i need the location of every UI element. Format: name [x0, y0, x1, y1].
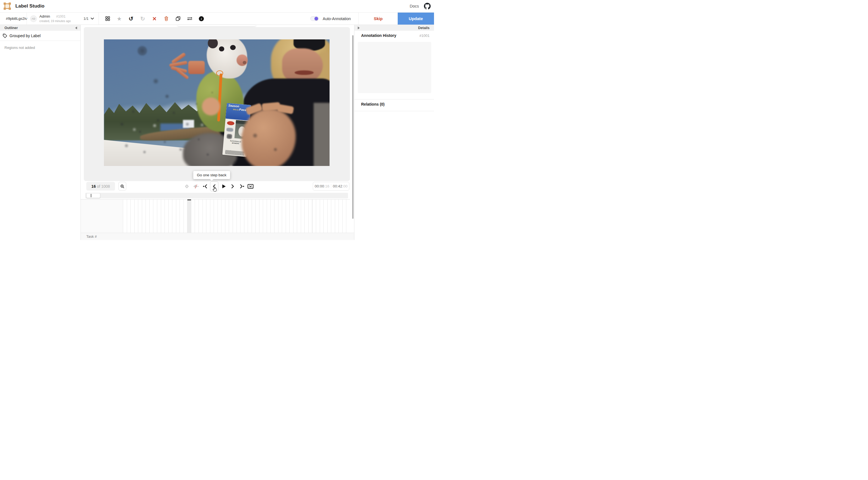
chevron-left-icon: [212, 184, 216, 189]
auto-annotation-toggle[interactable]: [310, 16, 319, 21]
play-button[interactable]: [220, 181, 227, 191]
step-forward-button[interactable]: [229, 181, 236, 191]
duplicate-annotation-button[interactable]: [174, 14, 182, 23]
update-button[interactable]: Update: [398, 12, 434, 25]
seek-handle[interactable]: [86, 193, 100, 198]
timeline-playhead[interactable]: [187, 200, 191, 233]
top-header: Label Studio Docs: [0, 0, 434, 12]
annotation-pager[interactable]: 1/1: [84, 17, 94, 21]
vertical-scrollbar[interactable]: [352, 35, 353, 219]
task-label: Task #: [86, 234, 97, 239]
keyframe-previous-icon: [203, 184, 208, 189]
previous-keyframe-button[interactable]: [202, 181, 209, 191]
chevron-right-icon: [230, 184, 235, 189]
tag-icon: [3, 33, 7, 38]
group-mode-label: Grouped by Label: [9, 33, 40, 38]
step-back-button[interactable]: [210, 181, 218, 191]
lens-spots: [104, 39, 330, 166]
auto-annotation-label: Auto-Annotation: [323, 17, 351, 21]
annotation-toolbar: #9pb8Lgs2iv AD Admin #1001 created, 19 m…: [0, 12, 434, 25]
time-duration-input[interactable]: 00:42:00: [331, 184, 349, 188]
info-button[interactable]: i: [197, 14, 206, 23]
timeline[interactable]: [81, 199, 350, 233]
collapse-left-icon[interactable]: [74, 27, 77, 29]
add-keyframe-button[interactable]: [183, 181, 190, 191]
outliner-title: Outliner: [4, 26, 18, 30]
timeline-collapse-button[interactable]: [247, 181, 254, 191]
total-frames: of 1008: [97, 184, 110, 188]
panel-chevron-down-icon: [247, 184, 254, 189]
skip-button[interactable]: Skip: [358, 12, 398, 25]
floating-toolbar-edge: [178, 25, 256, 26]
close-icon: ×: [153, 16, 156, 22]
annotation-created: created, 19 minutes ago: [39, 19, 71, 23]
app-title: Label Studio: [16, 3, 44, 9]
copy-icon: [176, 16, 180, 21]
annotation-id: #1001: [56, 14, 65, 19]
trash-icon: [164, 16, 169, 21]
chevron-down-icon: [91, 17, 94, 20]
info-icon: i: [199, 16, 204, 21]
regions-empty-message: Regions not added: [4, 46, 35, 50]
seek-track[interactable]: [85, 193, 348, 198]
annotation-history-placeholder: [358, 42, 431, 93]
undo-button[interactable]: ↺: [126, 14, 135, 23]
redo-button[interactable]: ↻: [138, 14, 147, 23]
keyframe-next-icon: [239, 184, 244, 189]
time-display: 00:00:16 00:42:00: [313, 182, 349, 190]
tooltip: Go one step back: [193, 171, 230, 179]
star-icon: ★: [117, 16, 122, 22]
zoom-in-button[interactable]: [118, 182, 126, 190]
video-frame[interactable]: Season 2011-12 Pass R: [104, 39, 330, 166]
timeline-frame-grid[interactable]: [123, 200, 350, 233]
undo-icon: ↺: [129, 16, 133, 22]
swap-arrows-icon: [187, 17, 192, 21]
group-by-label-button[interactable]: Grouped by Label: [0, 31, 81, 41]
collapse-right-icon[interactable]: [358, 27, 361, 29]
avatar: AD: [30, 16, 37, 22]
annotation-history-id: #1001: [420, 33, 430, 38]
current-frame: 16: [91, 184, 96, 188]
seek-playhead-line: [91, 194, 91, 197]
docs-link[interactable]: Docs: [410, 4, 419, 8]
play-icon: [221, 184, 226, 189]
annotation-selector[interactable]: AD Admin #1001 created, 19 minutes ago 1…: [27, 14, 99, 23]
details-panel: Details Annotation History #1001 Relatio…: [354, 25, 434, 240]
task-id: #9pb8Lgs2iv: [0, 17, 27, 21]
keyframe-cut-icon: [193, 184, 199, 189]
delete-annotation-button[interactable]: [162, 14, 170, 23]
magnifier-plus-icon: [120, 184, 125, 188]
time-position-input[interactable]: 00:00:16: [313, 184, 331, 188]
video-panel: Season 2011-12 Pass R: [84, 27, 350, 181]
github-icon[interactable]: [424, 3, 431, 9]
next-keyframe-button[interactable]: [238, 181, 246, 191]
grid-view-button[interactable]: [103, 14, 112, 23]
annotator-name: Admin: [39, 14, 50, 19]
frame-counter-input[interactable]: 16 of 1008: [86, 182, 115, 190]
details-title: Details: [418, 26, 430, 30]
relations-section-label[interactable]: Relations (0): [361, 102, 384, 107]
task-footer: Task #: [81, 233, 354, 240]
content-area: Outliner Grouped by Label Regions not ad…: [0, 25, 434, 240]
label-studio-app: Label Studio Docs #9pb8Lgs2iv AD Admin #…: [0, 0, 434, 240]
settings-transfer-button[interactable]: [185, 14, 194, 23]
star-ground-truth-button[interactable]: ★: [115, 14, 124, 23]
redo-icon: ↻: [141, 16, 145, 22]
main-annotation-area: Season 2011-12 Pass R: [81, 25, 354, 240]
keyframe-add-icon: [184, 184, 190, 189]
annotation-history-label[interactable]: Annotation History: [361, 33, 396, 38]
outliner-panel: Outliner Grouped by Label Regions not ad…: [0, 25, 81, 240]
label-studio-logo-icon: [4, 2, 11, 10]
pager-count: 1/1: [84, 17, 89, 21]
timeline-label-gutter: [81, 200, 123, 233]
reset-button[interactable]: ×: [150, 14, 159, 23]
remove-keyframe-button[interactable]: [192, 181, 200, 191]
